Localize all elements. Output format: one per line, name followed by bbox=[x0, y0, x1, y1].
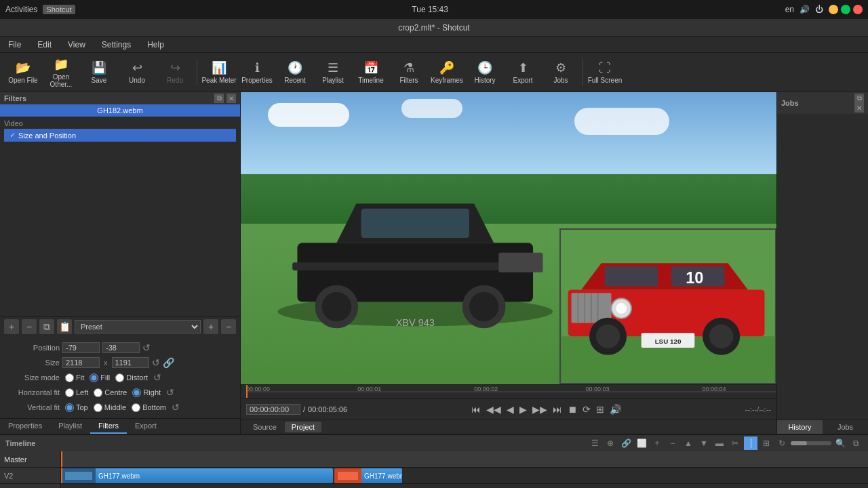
volume-button[interactable]: 🔊 bbox=[608, 403, 623, 416]
skip-start-button[interactable]: ⏮ bbox=[470, 403, 482, 416]
tab-properties[interactable]: Properties bbox=[0, 419, 50, 434]
jobs-button[interactable]: ⚙ Jobs bbox=[543, 56, 578, 89]
size-mode-distort-radio[interactable] bbox=[115, 373, 124, 382]
export-button[interactable]: ⬆ Export bbox=[505, 56, 540, 89]
minimize-button[interactable] bbox=[829, 5, 838, 14]
history-toolbar-button[interactable]: 🕒 History bbox=[467, 56, 502, 89]
loop-button[interactable]: ⟳ bbox=[581, 403, 592, 416]
prev-frame-button[interactable]: ◀◀ bbox=[485, 403, 502, 416]
tl-scrub-button[interactable]: ⬜ bbox=[635, 436, 648, 450]
size-mode-fill-radio[interactable] bbox=[90, 373, 98, 382]
tl-menu-button[interactable]: ☰ bbox=[588, 436, 601, 450]
power-icon[interactable]: ⏻ bbox=[815, 5, 823, 14]
v-fit-top-label[interactable]: Top bbox=[65, 403, 88, 412]
recent-button[interactable]: 🕐 Recent bbox=[277, 56, 313, 89]
position-reset-button[interactable]: ↺ bbox=[142, 342, 151, 353]
play-forward-fast-button[interactable]: ▶▶ bbox=[531, 403, 549, 416]
scrubber-bar[interactable]: 00:00:00 00:00:01 00:00:02 00:00:03 00:0… bbox=[241, 384, 776, 398]
tl-snap-button[interactable]: ⊕ bbox=[604, 436, 617, 450]
close-button[interactable] bbox=[853, 5, 863, 14]
tab-source[interactable]: Source bbox=[246, 422, 283, 432]
h-fit-centre-radio[interactable] bbox=[94, 388, 102, 397]
v2-clip-1[interactable]: GH177.webm bbox=[62, 468, 333, 483]
remove-filter-button[interactable]: − bbox=[22, 319, 37, 334]
save-button[interactable]: 💾 Save bbox=[81, 56, 117, 89]
h-fit-left-label[interactable]: Left bbox=[65, 388, 88, 397]
playlist-button[interactable]: ☰ Playlist bbox=[315, 56, 351, 89]
size-mode-reset-button[interactable]: ↺ bbox=[153, 372, 161, 383]
h-fit-right-radio[interactable] bbox=[132, 388, 141, 397]
tab-jobs[interactable]: Jobs bbox=[823, 420, 868, 434]
size-mode-fit-label[interactable]: Fit bbox=[65, 373, 84, 382]
size-w-input[interactable] bbox=[62, 357, 100, 368]
redo-button[interactable]: ↪ Redo bbox=[157, 56, 193, 89]
tl-zoom-out-button[interactable]: 🔍 bbox=[833, 436, 847, 450]
menu-settings[interactable]: Settings bbox=[99, 39, 134, 51]
audio-icon[interactable]: 🔊 bbox=[800, 5, 810, 14]
v-fit-middle-label[interactable]: Middle bbox=[94, 403, 126, 412]
remove-keyframe-button[interactable]: − bbox=[221, 319, 236, 334]
timeline-button[interactable]: 📅 Timeline bbox=[353, 56, 389, 89]
play-button[interactable]: ▶ bbox=[518, 403, 528, 416]
tl-remove-button[interactable]: − bbox=[666, 436, 679, 450]
open-other-button[interactable]: 📁 Open Other... bbox=[43, 56, 79, 89]
activities-label[interactable]: Activities bbox=[5, 5, 37, 14]
tl-up-button[interactable]: ▲ bbox=[682, 436, 695, 450]
tl-clip-button[interactable]: ▬ bbox=[713, 436, 726, 450]
v-fit-reset-button[interactable]: ↺ bbox=[172, 402, 180, 413]
tab-export[interactable]: Export bbox=[127, 419, 165, 434]
position-x-input[interactable] bbox=[62, 342, 100, 353]
open-file-button[interactable]: 📂 Open File bbox=[5, 56, 41, 89]
tl-add-button[interactable]: + bbox=[650, 436, 664, 450]
v-fit-top-radio[interactable] bbox=[65, 403, 74, 412]
undo-button[interactable]: ↩ Undo bbox=[119, 56, 155, 89]
keyframes-button[interactable]: 🔑 Keyframes bbox=[429, 56, 465, 89]
right-panel-float-button[interactable]: ⧉ bbox=[854, 94, 864, 103]
paste-filter-button[interactable]: 📋 bbox=[57, 319, 72, 334]
size-position-filter-item[interactable]: ✓ Size and Position bbox=[4, 129, 236, 142]
panel-float-button[interactable]: ⧉ bbox=[214, 94, 224, 103]
menu-edit[interactable]: Edit bbox=[35, 39, 54, 51]
v-fit-bottom-radio[interactable] bbox=[132, 403, 140, 412]
size-h-input[interactable] bbox=[112, 357, 149, 368]
add-filter-button[interactable]: + bbox=[4, 319, 19, 334]
size-reset-button[interactable]: ↺ bbox=[152, 357, 160, 368]
tl-down-button[interactable]: ▼ bbox=[697, 436, 711, 450]
tl-cursor-button[interactable]: ┊ bbox=[744, 436, 757, 450]
h-fit-right-label[interactable]: Right bbox=[132, 388, 161, 397]
menu-view[interactable]: View bbox=[65, 39, 88, 51]
stop-button[interactable]: ⏹ bbox=[566, 403, 578, 416]
scrubber-track[interactable]: 00:00:00 00:00:01 00:00:02 00:00:03 00:0… bbox=[246, 385, 776, 398]
play-reverse-button[interactable]: ◀ bbox=[505, 403, 515, 416]
tab-filters[interactable]: Filters bbox=[90, 419, 127, 434]
tl-blade-button[interactable]: ✂ bbox=[728, 436, 742, 450]
maximize-button[interactable] bbox=[841, 5, 850, 14]
menu-help[interactable]: Help bbox=[144, 39, 167, 51]
tl-ripple2-button[interactable]: ↻ bbox=[775, 436, 789, 450]
add-keyframe-button[interactable]: + bbox=[203, 319, 218, 334]
tl-zoom-slider[interactable] bbox=[791, 441, 831, 445]
grid-button[interactable]: ⊞ bbox=[595, 403, 606, 416]
peak-meter-button[interactable]: 📊 Peak Meter bbox=[201, 56, 237, 89]
tab-history[interactable]: History bbox=[777, 420, 823, 434]
tab-playlist[interactable]: Playlist bbox=[50, 419, 90, 434]
timecode-input[interactable] bbox=[246, 404, 300, 415]
h-fit-left-radio[interactable] bbox=[65, 388, 74, 397]
tl-float-button[interactable]: ⧉ bbox=[849, 436, 863, 450]
size-mode-fill-label[interactable]: Fill bbox=[90, 373, 110, 382]
menu-file[interactable]: File bbox=[5, 39, 24, 51]
right-panel-close-button[interactable]: ✕ bbox=[854, 103, 864, 113]
preset-dropdown[interactable]: Preset bbox=[75, 320, 201, 333]
tl-ripple-button[interactable]: 🔗 bbox=[619, 436, 633, 450]
fullscreen-button[interactable]: ⛶ Full Screen bbox=[587, 56, 623, 89]
tl-link-button[interactable]: ⊞ bbox=[760, 436, 773, 450]
position-y-input[interactable] bbox=[102, 342, 140, 353]
copy-filter-button[interactable]: ⧉ bbox=[39, 319, 54, 334]
size-link-button[interactable]: 🔗 bbox=[163, 357, 174, 368]
filters-button[interactable]: ⚗ Filters bbox=[391, 56, 427, 89]
size-mode-fit-radio[interactable] bbox=[65, 373, 74, 382]
v-fit-middle-radio[interactable] bbox=[94, 403, 102, 412]
tab-project[interactable]: Project bbox=[285, 422, 321, 432]
v-fit-bottom-label[interactable]: Bottom bbox=[132, 403, 166, 412]
h-fit-centre-label[interactable]: Centre bbox=[94, 388, 127, 397]
